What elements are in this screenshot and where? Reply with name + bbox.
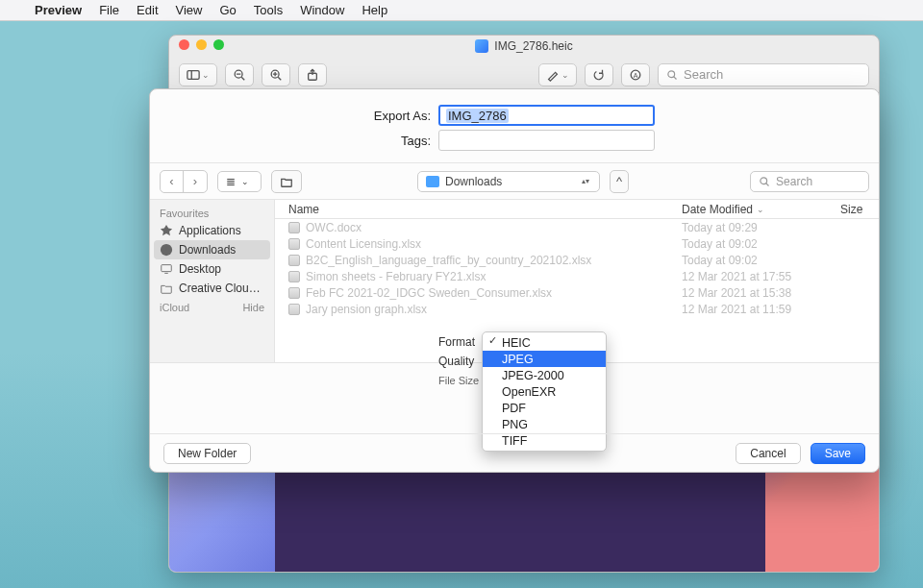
svg-rect-18	[162, 265, 172, 272]
nav-back-forward: ‹ ›	[160, 170, 208, 193]
minimize-button[interactable]	[196, 39, 207, 50]
filesize-label: File Size	[438, 375, 479, 386]
location-toolbar: ‹ › ≣⌄ Downloads ▴▾ ^ Search	[150, 163, 879, 200]
sidebar-toggle-button[interactable]: ⌄	[179, 63, 217, 86]
file-row[interactable]: OWC.docx Today at 09:29	[275, 219, 879, 235]
file-row[interactable]: Jary pension graph.xlsx 12 Mar 2021 at 1…	[275, 301, 879, 317]
stepper-icon: ▴▾	[582, 172, 597, 191]
titlebar: IMG_2786.heic	[169, 36, 879, 57]
doc-icon	[288, 287, 300, 299]
file-row[interactable]: Feb FC 2021-02_IDGC Sweden_Consumer.xlsx…	[275, 284, 879, 301]
location-popup-value: Downloads	[445, 175, 502, 188]
save-button[interactable]: Save	[811, 443, 865, 464]
sidebar-heading-favourites: Favourites	[150, 206, 274, 221]
export-as-value: IMG_2786	[446, 109, 509, 123]
zoom-out-button[interactable]	[225, 63, 254, 86]
sidebar-item-desktop[interactable]: Desktop	[150, 259, 274, 279]
location-search[interactable]: Search	[750, 171, 869, 192]
file-list-header: Name Date Modified ⌄ Size	[275, 200, 879, 219]
svg-point-15	[761, 177, 767, 184]
folder-icon	[160, 282, 173, 295]
format-option-pdf[interactable]: PDF	[483, 400, 606, 416]
menu-view[interactable]: View	[176, 3, 203, 17]
format-label: Format	[438, 335, 479, 355]
column-size[interactable]: Size	[840, 203, 879, 216]
format-option-jpeg2000[interactable]: JPEG-2000	[483, 367, 606, 383]
window-title: IMG_2786.heic	[494, 39, 572, 53]
desktop-icon	[160, 262, 173, 276]
downloads-folder-icon	[426, 176, 439, 187]
zoom-in-button[interactable]	[262, 63, 290, 86]
macos-menubar: Preview File Edit View Go Tools Window H…	[0, 0, 923, 21]
column-name[interactable]: Name	[275, 203, 682, 216]
format-option-heic[interactable]: HEIC	[483, 334, 606, 351]
search-icon	[666, 69, 678, 81]
file-row[interactable]: B2C_English_language_traffic_by_country_…	[275, 252, 879, 268]
nav-back-button[interactable]: ‹	[161, 171, 184, 192]
format-option-jpeg[interactable]: JPEG	[483, 351, 606, 367]
export-as-field[interactable]: IMG_2786	[438, 105, 655, 126]
sidebar-item-downloads[interactable]: Downloads	[154, 240, 270, 259]
markup-button[interactable]: ⌄	[538, 63, 577, 86]
menu-tools[interactable]: Tools	[254, 3, 283, 17]
cancel-button[interactable]: Cancel	[736, 443, 800, 464]
toolbar-search[interactable]: Search	[658, 63, 869, 86]
doc-icon	[288, 222, 300, 233]
location-popup[interactable]: Downloads ▴▾	[417, 171, 600, 192]
new-folder-button[interactable]: New Folder	[163, 443, 251, 464]
svg-text:A: A	[634, 71, 638, 78]
search-icon	[759, 176, 770, 187]
svg-line-6	[278, 77, 281, 80]
quality-label: Quality	[438, 355, 479, 374]
sheet-header: Export As: IMG_2786 Tags:	[150, 89, 879, 163]
menu-file[interactable]: File	[99, 3, 119, 17]
sidebar-item-applications[interactable]: Applications	[150, 221, 274, 240]
sidebar-item-label: Desktop	[179, 262, 221, 276]
menu-go[interactable]: Go	[219, 3, 236, 17]
sidebar-item-label: Creative Clou…	[179, 282, 261, 295]
menu-edit[interactable]: Edit	[137, 3, 158, 17]
sidebar-item-label: Applications	[179, 224, 241, 237]
sidebar-heading-icloud: iCloud	[160, 302, 189, 313]
doc-icon	[288, 304, 300, 315]
file-proxy-icon	[475, 39, 488, 53]
sidebar-hide-button[interactable]: Hide	[242, 302, 264, 313]
app-menu-preview[interactable]: Preview	[35, 3, 82, 17]
column-date[interactable]: Date Modified ⌄	[682, 203, 840, 216]
svg-point-13	[668, 70, 675, 77]
svg-line-14	[674, 76, 677, 79]
sidebar-item-label: Downloads	[179, 243, 236, 257]
format-panel: Format Quality File Size	[438, 335, 479, 387]
share-button[interactable]	[298, 63, 327, 86]
collapse-button[interactable]: ^	[610, 170, 629, 193]
menu-window[interactable]: Window	[300, 3, 344, 17]
svg-line-3	[241, 77, 244, 80]
doc-icon	[288, 238, 300, 250]
folder-icon	[280, 175, 293, 188]
file-row[interactable]: Simon sheets - February FY21.xlsx 12 Mar…	[275, 268, 879, 284]
export-sheet: Export As: IMG_2786 Tags: ‹ › ≣⌄ Downloa…	[149, 88, 880, 473]
group-button[interactable]	[271, 170, 302, 193]
doc-icon	[288, 255, 300, 266]
file-row[interactable]: Content Licensing.xlsx Today at 09:02	[275, 235, 879, 252]
format-option-png[interactable]: PNG	[483, 416, 606, 432]
export-as-label: Export As:	[150, 109, 438, 123]
toolbar-search-placeholder: Search	[684, 67, 723, 82]
view-style-popup[interactable]: ≣⌄	[217, 171, 262, 192]
format-option-openexr[interactable]: OpenEXR	[483, 383, 606, 400]
applications-icon	[160, 224, 173, 237]
close-button[interactable]	[179, 39, 189, 50]
tags-label: Tags:	[150, 134, 438, 148]
zoom-button[interactable]	[213, 39, 224, 50]
sidebar: Favourites Applications Downloads Deskto…	[150, 200, 275, 362]
menu-help[interactable]: Help	[362, 3, 387, 17]
doc-icon	[288, 271, 300, 282]
sheet-footer: New Folder Cancel Save	[150, 433, 879, 472]
svg-line-16	[766, 183, 769, 185]
downloads-icon	[160, 243, 173, 257]
tags-field[interactable]	[438, 130, 655, 151]
sidebar-item-creative-cloud[interactable]: Creative Clou…	[150, 279, 274, 298]
nav-forward-button[interactable]: ›	[184, 171, 207, 192]
annotations-button[interactable]: A	[621, 63, 650, 86]
rotate-button[interactable]	[585, 63, 613, 86]
